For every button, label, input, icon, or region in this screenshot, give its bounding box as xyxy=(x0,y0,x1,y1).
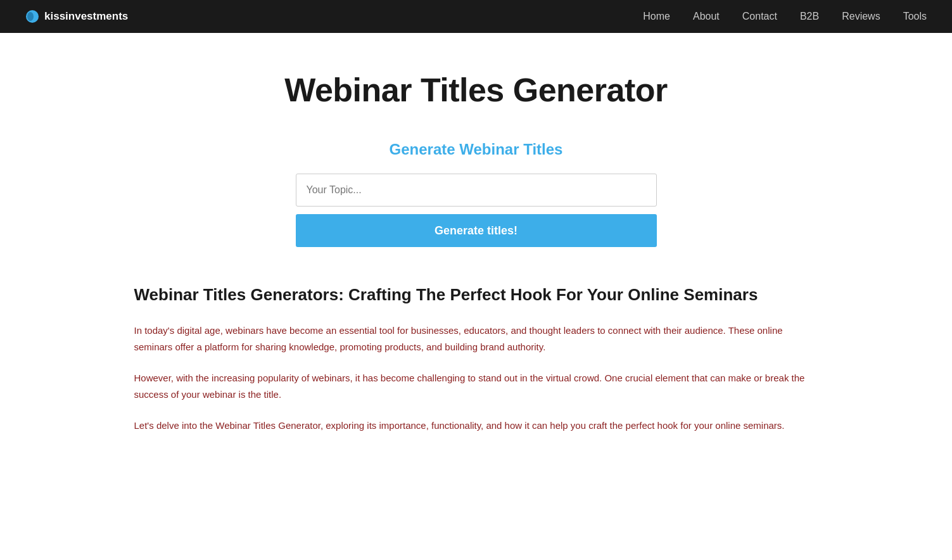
main-container: Webinar Titles Generator Generate Webina… xyxy=(96,33,856,500)
brand-logo[interactable]: kissinvestments xyxy=(25,10,128,23)
svg-point-1 xyxy=(27,12,34,21)
article-paragraph-3: Let's delve into the Webinar Titles Gene… xyxy=(134,417,818,434)
nav-b2b[interactable]: B2B xyxy=(800,11,819,22)
generator-subtitle: Generate Webinar Titles xyxy=(122,141,831,158)
generator-section: Generate Webinar Titles Generate titles! xyxy=(122,141,831,247)
generate-button[interactable]: Generate titles! xyxy=(296,214,657,247)
nav-reviews[interactable]: Reviews xyxy=(842,11,880,22)
nav-links: Home About Contact B2B Reviews Tools xyxy=(643,11,927,22)
nav-contact[interactable]: Contact xyxy=(742,11,777,22)
nav-tools[interactable]: Tools xyxy=(903,11,927,22)
article-paragraph-2: However, with the increasing popularity … xyxy=(134,370,818,402)
article-section: Webinar Titles Generators: Crafting The … xyxy=(134,285,818,474)
page-title: Webinar Titles Generator xyxy=(122,71,831,109)
nav-about[interactable]: About xyxy=(693,11,720,22)
article-paragraph-1: In today's digital age, webinars have be… xyxy=(134,322,818,355)
brand-name: kissinvestments xyxy=(44,10,128,23)
nav-home[interactable]: Home xyxy=(643,11,670,22)
topic-input[interactable] xyxy=(296,174,657,207)
navbar: kissinvestments Home About Contact B2B R… xyxy=(0,0,952,33)
article-title: Webinar Titles Generators: Crafting The … xyxy=(134,285,818,305)
logo-icon xyxy=(25,10,39,23)
